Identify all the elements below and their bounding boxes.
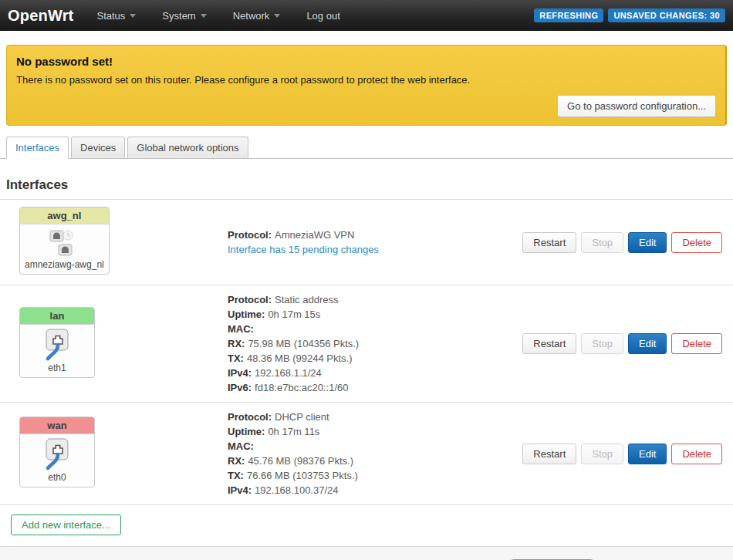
ethernet-icon xyxy=(20,325,94,362)
no-password-alert: No password set! There is no password se… xyxy=(6,45,727,126)
restart-button[interactable]: Restart xyxy=(522,333,576,354)
chevron-down-icon xyxy=(201,14,207,18)
edit-button[interactable]: Edit xyxy=(628,333,667,354)
tab-devices[interactable]: Devices xyxy=(71,137,125,158)
interface-row-lan: lan eth1 Protocol:Static address Uptime:… xyxy=(0,285,733,403)
nav-status[interactable]: Status xyxy=(96,10,136,22)
nav-system-label: System xyxy=(162,10,195,22)
edit-button[interactable]: Edit xyxy=(628,232,667,253)
interface-row-awg-nl: awg_nl amneziawg-awg_nl Protocol:Amnezia… xyxy=(0,200,733,285)
nav-logout[interactable]: Log out xyxy=(306,10,339,22)
refreshing-badge: REFRESHING xyxy=(534,8,603,22)
interface-details: Protocol:AmneziaWG VPN Interface has 15 … xyxy=(228,228,513,257)
alert-title: No password set! xyxy=(16,55,716,68)
nav-network[interactable]: Network xyxy=(233,10,281,22)
detail-line: IPv4:192.168.1.1/24 xyxy=(228,366,513,380)
device-name: eth1 xyxy=(20,362,94,377)
main-nav: Status System Network Log out xyxy=(96,10,339,22)
detail-line: Uptime:0h 17m 11s xyxy=(228,424,513,439)
interface-details: Protocol:DHCP client Uptime:0h 17m 11s M… xyxy=(228,410,513,498)
interface-actions: Restart Stop Edit Delete xyxy=(522,333,722,354)
stop-button: Stop xyxy=(581,333,623,354)
detail-line: IPv4:192.168.100.37/24 xyxy=(228,483,513,498)
chevron-down-icon xyxy=(130,14,136,18)
stop-button: Stop xyxy=(581,444,623,464)
detail-line: TX:76.66 MB (103753 Pkts.) xyxy=(228,468,513,483)
detail-line: IPv6:fd18:e7bc:ac20::1/60 xyxy=(228,380,513,395)
delete-button[interactable]: Delete xyxy=(671,232,722,253)
detail-line: Uptime:0h 17m 15s xyxy=(228,307,513,322)
brand-logo[interactable]: OpenWrt xyxy=(8,7,73,25)
zone-badge: awg_nl xyxy=(20,207,109,224)
interface-actions: Restart Stop Edit Delete xyxy=(522,232,722,253)
add-interface-row: Add new interface... xyxy=(0,505,733,547)
interface-actions: Restart Stop Edit Delete xyxy=(522,444,722,464)
nav-logout-label: Log out xyxy=(306,10,339,22)
chevron-down-icon xyxy=(274,14,280,18)
restart-button[interactable]: Restart xyxy=(522,232,576,253)
nav-system[interactable]: System xyxy=(162,10,206,22)
top-navbar: OpenWrt Status System Network Log out RE… xyxy=(0,0,733,31)
add-new-interface-button[interactable]: Add new interface... xyxy=(11,514,121,535)
delete-button[interactable]: Delete xyxy=(671,444,722,464)
interface-row-wan: wan eth0 Protocol:DHCP client Uptime:0h … xyxy=(0,403,733,505)
detail-line: TX:48.36 MB (99244 Pkts.) xyxy=(228,351,513,366)
tab-global-network-options[interactable]: Global network options xyxy=(127,137,248,158)
unsaved-changes-badge[interactable]: UNSAVED CHANGES: 30 xyxy=(608,8,725,22)
pending-changes-link[interactable]: Interface has 15 pending changes xyxy=(228,242,379,257)
detail-line: Protocol:Static address xyxy=(228,292,513,307)
detail-line: RX:45.76 MB (98376 Pkts.) xyxy=(228,454,513,468)
detail-line: RX:75.98 MB (104356 Pkts.) xyxy=(228,336,513,351)
go-to-password-configuration-button[interactable]: Go to password configuration... xyxy=(557,95,716,117)
network-tabs: Interfaces Devices Global network option… xyxy=(0,137,733,159)
tunnel-icon xyxy=(20,224,109,258)
detail-line: MAC: xyxy=(228,439,513,454)
device-name: eth0 xyxy=(20,471,94,487)
alert-message: There is no password set on this router.… xyxy=(16,74,716,86)
edit-button[interactable]: Edit xyxy=(628,444,667,464)
status-badges: REFRESHING UNSAVED CHANGES: 30 xyxy=(534,8,725,22)
stop-button: Stop xyxy=(581,232,623,253)
ethernet-icon xyxy=(20,434,94,471)
footer-action-bar: Save & Apply ▾ Save Reset xyxy=(0,547,733,560)
tab-interfaces[interactable]: Interfaces xyxy=(6,137,69,159)
zone-badge: wan xyxy=(20,417,94,434)
zone-badge: lan xyxy=(20,308,94,325)
detail-line: Protocol:DHCP client xyxy=(228,410,513,424)
nav-network-label: Network xyxy=(233,10,270,22)
interface-box-lan[interactable]: lan eth1 xyxy=(19,307,95,378)
device-name: amneziawg-awg_nl xyxy=(20,258,109,274)
interface-box-awg-nl[interactable]: awg_nl amneziawg-awg_nl xyxy=(19,207,110,275)
delete-button[interactable]: Delete xyxy=(671,333,722,354)
detail-line: Protocol:AmneziaWG VPN xyxy=(228,228,513,242)
nav-status-label: Status xyxy=(96,10,125,22)
page-title: Interfaces xyxy=(6,177,727,193)
interface-details: Protocol:Static address Uptime:0h 17m 15… xyxy=(228,292,513,395)
interface-box-wan[interactable]: wan eth0 xyxy=(19,417,95,487)
restart-button[interactable]: Restart xyxy=(522,444,576,464)
detail-line: MAC: xyxy=(228,322,513,336)
